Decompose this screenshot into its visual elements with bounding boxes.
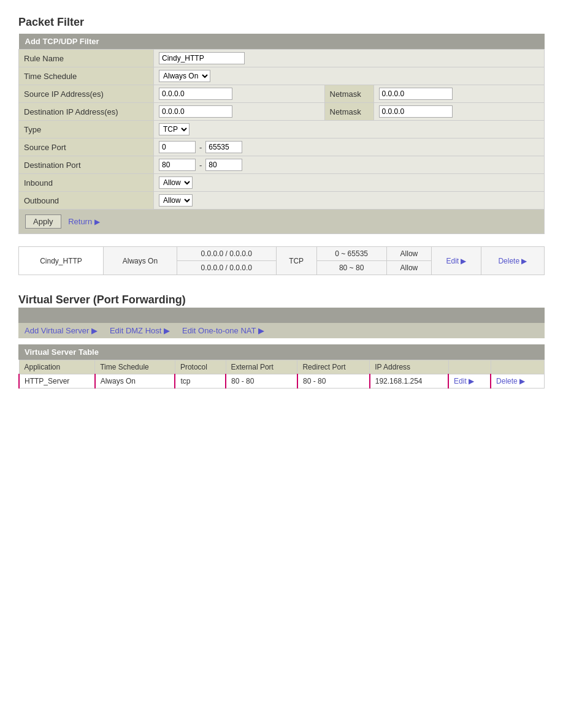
return-link[interactable]: Return ▶ <box>68 217 100 226</box>
source-port-label: Source Port <box>19 138 154 156</box>
rule-name-value-cell <box>154 50 545 67</box>
source-ip-label: Source IP Address(es) <box>19 85 154 103</box>
vs-links-bar: Add Virtual Server ▶ Edit DMZ Host ▶ Edi… <box>18 323 545 338</box>
dest-ip-input[interactable] <box>159 105 232 118</box>
filter-protocol-cell: TCP <box>276 247 316 275</box>
filter-edit-link[interactable]: Edit ▶ <box>446 257 466 265</box>
vs-external-port-cell: 80 - 80 <box>226 374 297 389</box>
add-vs-arrow-icon: ▶ <box>91 326 98 335</box>
vs-delete-cell: Delete ▶ <box>491 374 544 389</box>
type-select[interactable]: TCP <box>159 123 190 135</box>
vs-table-title: Virtual Server Table <box>18 344 545 360</box>
vs-edit-link[interactable]: Edit ▶ <box>454 377 474 385</box>
source-netmask-value-cell <box>373 85 545 103</box>
filter-inbound-cell: Allow <box>386 247 432 261</box>
dest-netmask-value-cell <box>373 103 545 121</box>
vs-table: Application Time Schedule Protocol Exter… <box>18 360 545 389</box>
col-delete-header <box>491 360 544 374</box>
vs-edit-cell: Edit ▶ <box>448 374 491 389</box>
apply-row-cell: Apply Return ▶ <box>19 210 545 234</box>
vs-delete-link[interactable]: Delete ▶ <box>496 377 525 385</box>
dest-port-dash: - <box>198 161 203 170</box>
vs-protocol-cell: tcp <box>175 374 226 389</box>
packet-filter-form: Add TCP/UDP Filter Rule Name Time Schedu… <box>18 34 545 234</box>
inbound-value-cell: Allow <box>154 174 545 192</box>
dest-port-label: Destination Port <box>19 156 154 174</box>
source-netmask-label: Netmask <box>324 85 373 103</box>
time-schedule-value-cell: Always On <box>154 67 545 85</box>
col-external-port: External Port <box>226 360 297 374</box>
edit-nat-link[interactable]: Edit One-to-one NAT ▶ <box>182 326 264 335</box>
add-virtual-server-link[interactable]: Add Virtual Server ▶ <box>25 326 98 335</box>
filter-result-table: Cindy_HTTP Always On 0.0.0.0 / 0.0.0.0 T… <box>18 246 545 275</box>
dest-netmask-label: Netmask <box>324 103 373 121</box>
rule-name-label: Rule Name <box>19 50 154 67</box>
edit-nat-arrow-icon: ▶ <box>258 326 264 335</box>
filter-outbound-cell: Allow <box>386 261 432 275</box>
vs-redirect-port-cell: 80 - 80 <box>297 374 370 389</box>
dest-netmask-input[interactable] <box>379 105 453 118</box>
dest-ip-label: Destination IP Address(es) <box>19 103 154 121</box>
col-edit-header <box>448 360 491 374</box>
filter-edit-cell: Edit ▶ <box>432 247 481 275</box>
vs-title: Virtual Server (Port Forwarding) <box>18 294 545 306</box>
dest-port-from-input[interactable] <box>159 159 196 171</box>
source-port-value-cell: - <box>154 138 545 156</box>
vs-header-bar <box>18 308 545 323</box>
time-schedule-select[interactable]: Always On <box>159 70 210 82</box>
add-filter-header: Add TCP/UDP Filter <box>19 34 545 50</box>
dest-port-to-input[interactable] <box>205 159 242 171</box>
col-time-schedule: Time Schedule <box>95 360 175 374</box>
edit-dmz-arrow-icon: ▶ <box>164 326 170 335</box>
filter-schedule-cell: Always On <box>104 247 177 275</box>
source-netmask-input[interactable] <box>379 88 453 100</box>
time-schedule-label: Time Schedule <box>19 67 154 85</box>
col-application: Application <box>19 360 95 374</box>
filter-source-addr-cell: 0.0.0.0 / 0.0.0.0 <box>177 247 276 261</box>
rule-name-input[interactable] <box>159 52 245 64</box>
outbound-value-cell: Allow <box>154 192 545 210</box>
source-port-dash: - <box>198 143 203 152</box>
filter-source-port-cell: 0 ~ 65535 <box>316 247 386 261</box>
vs-application-cell: HTTP_Server <box>19 374 95 389</box>
source-port-to-input[interactable] <box>205 141 242 153</box>
filter-dest-addr-cell: 0.0.0.0 / 0.0.0.0 <box>177 261 276 275</box>
col-protocol: Protocol <box>175 360 226 374</box>
col-ip-address: IP Address <box>370 360 448 374</box>
packet-filter-section: Packet Filter Add TCP/UDP Filter Rule Na… <box>18 12 545 275</box>
vs-schedule-cell: Always On <box>95 374 175 389</box>
filter-delete-cell: Delete ▶ <box>481 247 544 275</box>
vs-table-header-row: Application Time Schedule Protocol Exter… <box>19 360 545 374</box>
filter-dest-port-cell: 80 ~ 80 <box>316 261 386 275</box>
inbound-label: Inbound <box>19 174 154 192</box>
packet-filter-title: Packet Filter <box>18 12 545 32</box>
apply-button[interactable]: Apply <box>25 214 61 229</box>
filter-delete-link[interactable]: Delete ▶ <box>498 257 527 265</box>
vs-ip-cell: 192.168.1.254 <box>370 374 448 389</box>
edit-dmz-link[interactable]: Edit DMZ Host ▶ <box>110 326 170 335</box>
outbound-label: Outbound <box>19 192 154 210</box>
dest-ip-value-cell <box>154 103 325 121</box>
vs-table-section: Virtual Server Table Application Time Sc… <box>18 344 545 389</box>
filter-name-cell: Cindy_HTTP <box>19 247 104 275</box>
outbound-select[interactable]: Allow <box>159 194 193 207</box>
filter-table-row: Cindy_HTTP Always On 0.0.0.0 / 0.0.0.0 T… <box>19 247 545 261</box>
inbound-select[interactable]: Allow <box>159 176 193 189</box>
return-arrow-icon: ▶ <box>94 218 100 226</box>
dest-port-value-cell: - <box>154 156 545 174</box>
type-label: Type <box>19 121 154 138</box>
col-redirect-port: Redirect Port <box>297 360 370 374</box>
vs-table-data-row: HTTP_Server Always On tcp 80 - 80 80 - 8… <box>19 374 545 389</box>
source-ip-value-cell <box>154 85 325 103</box>
source-port-from-input[interactable] <box>159 141 196 153</box>
source-ip-input[interactable] <box>159 88 232 100</box>
virtual-server-section: Virtual Server (Port Forwarding) Add Vir… <box>18 294 545 389</box>
type-value-cell: TCP <box>154 121 545 138</box>
